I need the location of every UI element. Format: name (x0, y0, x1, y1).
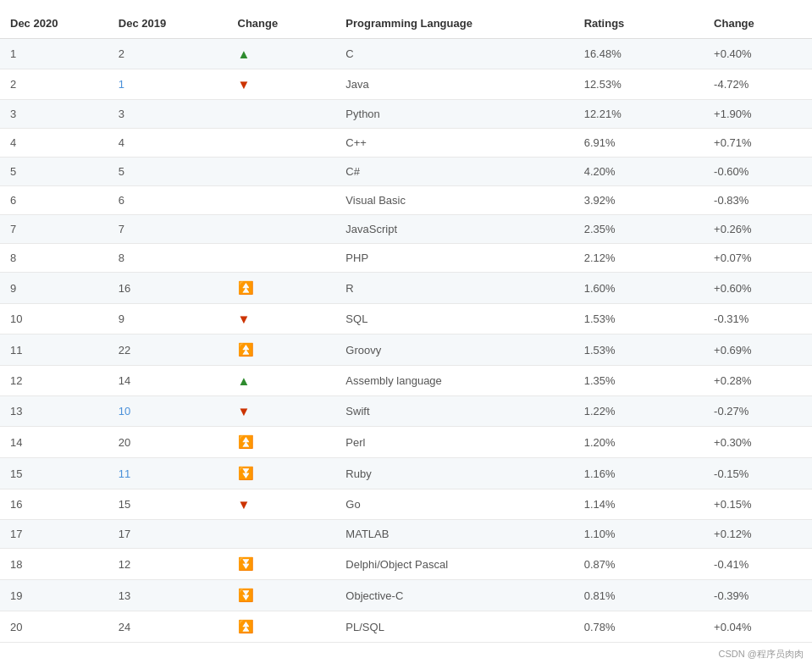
delta-value: +0.12% (704, 520, 812, 549)
language-name: PL/SQL (335, 611, 573, 643)
change-down-single-icon: ▼ (238, 497, 251, 511)
rating-value: 0.78% (574, 611, 704, 643)
table-row: 16 15 ▼ Go 1.14% +0.15% (0, 489, 812, 520)
change-cell: ▼ (228, 69, 336, 100)
rating-value: 1.16% (574, 458, 704, 489)
language-name: PHP (335, 244, 573, 273)
rank-dec2019: 12 (108, 549, 228, 580)
rank-dec2019: 20 (108, 427, 228, 458)
change-down-double-icon: ⏬ (238, 466, 254, 480)
rank-dec2020: 2 (0, 69, 108, 100)
table-container: Dec 2020 Dec 2019 Change Programming Lan… (0, 0, 812, 651)
change-cell: ⏫ (228, 427, 336, 458)
delta-value: +0.71% (704, 129, 812, 158)
rank-dec2020: 20 (0, 611, 108, 643)
rank-dec2020: 5 (0, 158, 108, 186)
language-name: C# (335, 158, 573, 186)
change-up-single-icon: ▲ (238, 47, 251, 61)
change-up-double-icon: ⏫ (238, 280, 254, 295)
table-header-row: Dec 2020 Dec 2019 Change Programming Lan… (0, 8, 812, 39)
rank-dec2019: 7 (108, 215, 228, 244)
rank-dec2020: 12 (0, 366, 108, 396)
rank-dec2020: 18 (0, 549, 108, 580)
rankings-table: Dec 2020 Dec 2019 Change Programming Lan… (0, 8, 812, 643)
change-cell: ⏫ (228, 611, 336, 643)
header-dec2019: Dec 2019 (108, 8, 228, 39)
change-cell (228, 244, 336, 273)
language-name: Assembly language (335, 366, 573, 396)
language-name: Objective-C (335, 580, 573, 611)
rating-value: 16.48% (574, 39, 704, 69)
watermark-text: CSDN @程序员肉肉 (719, 648, 804, 651)
rank-dec2019: 4 (108, 129, 228, 158)
language-name: SQL (335, 304, 573, 334)
change-cell: ⏬ (228, 549, 336, 580)
change-up-double-icon: ⏫ (238, 619, 254, 633)
rank-dec2020: 3 (0, 100, 108, 129)
rating-value: 0.87% (574, 549, 704, 580)
rank-dec2020: 14 (0, 427, 108, 458)
table-row: 8 8 PHP 2.12% +0.07% (0, 244, 812, 273)
rank-dec2019: 1 (108, 69, 228, 100)
change-cell (228, 520, 336, 549)
table-row: 20 24 ⏫ PL/SQL 0.78% +0.04% (0, 611, 812, 643)
rank-dec2020: 1 (0, 39, 108, 69)
change-cell: ⏬ (228, 458, 336, 489)
change-cell: ▼ (228, 304, 336, 334)
rating-value: 4.20% (574, 158, 704, 186)
delta-value: -4.72% (704, 69, 812, 100)
header-ratings: Ratings (574, 8, 704, 39)
rank-dec2019: 10 (108, 396, 228, 427)
table-row: 14 20 ⏫ Perl 1.20% +0.30% (0, 427, 812, 458)
language-name: Python (335, 100, 573, 129)
rank-dec2019: 14 (108, 366, 228, 396)
rank-dec2019: 17 (108, 520, 228, 549)
table-row: 4 4 C++ 6.91% +0.71% (0, 129, 812, 158)
change-down-double-icon: ⏬ (238, 556, 254, 571)
table-row: 11 22 ⏫ Groovy 1.53% +0.69% (0, 334, 812, 366)
language-name: Swift (335, 396, 573, 427)
rating-value: 1.60% (574, 273, 704, 304)
language-name: Delphi/Object Pascal (335, 549, 573, 580)
delta-value: +0.04% (704, 611, 812, 643)
rating-value: 12.53% (574, 69, 704, 100)
table-row: 10 9 ▼ SQL 1.53% -0.31% (0, 304, 812, 334)
rating-value: 2.35% (574, 215, 704, 244)
header-change: Change (228, 8, 336, 39)
rank-dec2020: 11 (0, 334, 108, 366)
change-cell: ⏫ (228, 273, 336, 304)
change-cell: ▼ (228, 396, 336, 427)
change-down-single-icon: ▼ (238, 404, 251, 418)
table-row: 13 10 ▼ Swift 1.22% -0.27% (0, 396, 812, 427)
header-change2: Change (704, 8, 812, 39)
change-cell: ▲ (228, 39, 336, 69)
delta-value: +0.26% (704, 215, 812, 244)
table-row: 3 3 Python 12.21% +1.90% (0, 100, 812, 129)
rank-dec2019: 13 (108, 580, 228, 611)
rank-dec2020: 16 (0, 489, 108, 520)
delta-value: +0.60% (704, 273, 812, 304)
rank-dec2019: 15 (108, 489, 228, 520)
change-cell (228, 215, 336, 244)
rank-dec2020: 8 (0, 244, 108, 273)
language-name: Go (335, 489, 573, 520)
table-body: 1 2 ▲ C 16.48% +0.40% 2 1 ▼ Java 12.53% … (0, 39, 812, 643)
rank-dec2019: 22 (108, 334, 228, 366)
table-row: 9 16 ⏫ R 1.60% +0.60% (0, 273, 812, 304)
change-cell: ▼ (228, 489, 336, 520)
rank-dec2019: 11 (108, 458, 228, 489)
language-name: R (335, 273, 573, 304)
rank-dec2020: 4 (0, 129, 108, 158)
header-dec2020: Dec 2020 (0, 8, 108, 39)
delta-value: -0.27% (704, 396, 812, 427)
language-name: Ruby (335, 458, 573, 489)
rating-value: 3.92% (574, 186, 704, 215)
language-name: Java (335, 69, 573, 100)
change-cell: ⏫ (228, 334, 336, 366)
rating-value: 0.81% (574, 580, 704, 611)
rating-value: 1.22% (574, 396, 704, 427)
rank-dec2020: 9 (0, 273, 108, 304)
rating-value: 12.21% (574, 100, 704, 129)
rank-dec2019: 24 (108, 611, 228, 643)
table-row: 17 17 MATLAB 1.10% +0.12% (0, 520, 812, 549)
